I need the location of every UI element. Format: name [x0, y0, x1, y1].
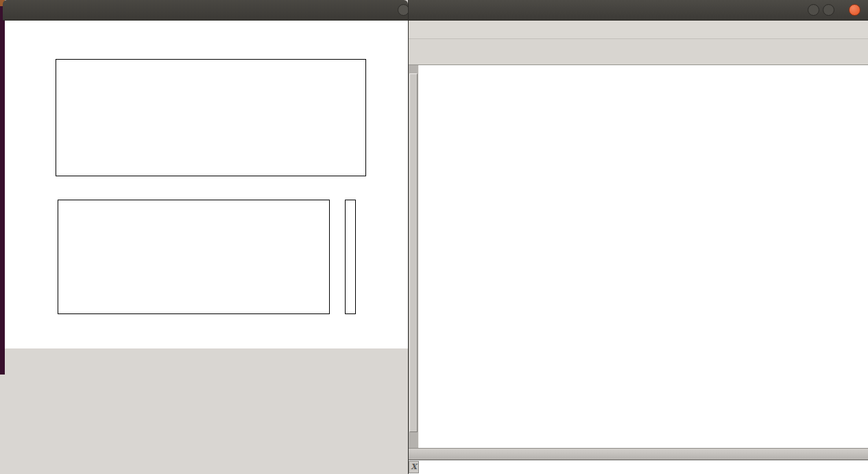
desktop-wallpaper-strip — [0, 0, 5, 375]
mpl-toolbar — [5, 348, 408, 376]
figure-canvas[interactable] — [5, 21, 408, 348]
desktop: X — [0, 0, 868, 474]
scrollbar[interactable] — [409, 65, 419, 448]
pcolormesh-outline-curve — [58, 200, 329, 313]
figure-titlebar[interactable] — [3, 0, 408, 21]
emacs-titlebar[interactable] — [409, 0, 868, 21]
emacs-modeline — [409, 448, 868, 460]
maximize-button[interactable] — [823, 4, 834, 16]
scrollbar-thumb[interactable] — [409, 73, 418, 432]
signal-line-plot — [56, 60, 365, 176]
minimize-button[interactable] — [808, 4, 819, 16]
minibuffer-grip-icon: X — [409, 461, 419, 473]
colorbar — [345, 200, 356, 314]
emacs-buffer-area[interactable] — [409, 65, 868, 448]
code-editor-text[interactable] — [424, 66, 860, 448]
emacs-menubar — [409, 21, 868, 39]
emacs-minibuffer[interactable] — [409, 460, 868, 474]
close-button[interactable] — [849, 4, 860, 16]
emacs-window: X — [408, 0, 868, 474]
emacs-toolbar — [409, 39, 868, 65]
figure-window — [5, 0, 408, 474]
